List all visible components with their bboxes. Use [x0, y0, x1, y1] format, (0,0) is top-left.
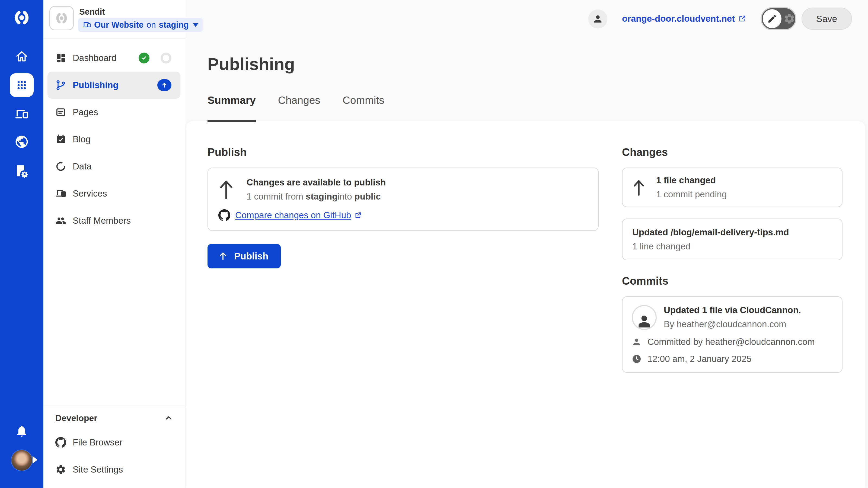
sidebar-item-label: File Browser — [73, 437, 122, 448]
refresh-circle-icon — [55, 161, 66, 172]
commit-card: Updated 1 file via CloudCannon. By heath… — [622, 296, 842, 373]
sidebar-item-label: Data — [73, 161, 92, 172]
publish-button[interactable]: Publish — [208, 244, 281, 268]
site-switcher-branch: staging — [159, 20, 189, 30]
apps-grid-icon[interactable] — [10, 73, 34, 97]
chevron-down-icon — [193, 23, 198, 27]
site-switcher[interactable]: Our Website on staging — [78, 18, 203, 32]
home-icon[interactable] — [0, 50, 43, 63]
user-avatar[interactable] — [11, 450, 32, 470]
bell-icon[interactable] — [0, 424, 43, 438]
sidebar-item-staff-members[interactable]: Staff Members — [48, 207, 180, 234]
changed-file-card[interactable]: Updated /blog/email-delivery-tips.md 1 l… — [622, 219, 842, 260]
site-switcher-site: Our Website — [94, 20, 144, 30]
devices-icon — [55, 188, 66, 199]
gear-icon — [55, 464, 66, 475]
app-root: Sendit Our Website on staging Dashboard — [0, 0, 868, 488]
changes-section: Changes 1 file changed 1 commit pending … — [622, 146, 842, 373]
sidebar-item-file-browser[interactable]: File Browser — [48, 429, 180, 456]
dashboard-icon — [55, 53, 66, 63]
page-title: Publishing — [208, 54, 295, 74]
developer-items: File Browser Site Settings — [43, 429, 185, 483]
clock-icon — [632, 354, 642, 364]
publish-section: Publish Changes are available to publish… — [208, 146, 599, 373]
sidebar-item-label: Dashboard — [73, 53, 116, 63]
sidebar-nav: Dashboard Publishing — [43, 44, 185, 234]
publish-button-label: Publish — [234, 251, 268, 262]
check-circle-icon — [138, 53, 150, 63]
developer-section-toggle[interactable]: Developer — [43, 410, 185, 426]
viewer-avatar[interactable] — [588, 9, 607, 29]
cloudcannon-logo[interactable] — [0, 8, 43, 27]
compare-changes-link[interactable]: Compare changes on GitHub — [235, 210, 362, 220]
sidebar-item-site-settings[interactable]: Site Settings — [48, 456, 180, 483]
pending-ring-icon — [161, 53, 172, 63]
divider — [43, 405, 185, 406]
commit-author-avatar — [632, 305, 657, 330]
sidebar-item-services[interactable]: Services — [48, 180, 180, 207]
org-settings-icon[interactable] — [0, 163, 43, 178]
sidebar-item-label: Blog — [73, 134, 91, 144]
publish-status-card: Changes are available to publish 1 commi… — [208, 167, 599, 231]
sidebar-item-label: Publishing — [73, 80, 119, 90]
pencil-icon[interactable] — [763, 9, 781, 28]
commit-committer: Committed by heather@cloudcannon.com — [648, 337, 815, 347]
external-link-icon — [738, 14, 746, 23]
site-switcher-connector: on — [147, 20, 156, 30]
status-prefix: 1 commit from — [247, 191, 303, 201]
sidebar-item-label: Services — [73, 188, 107, 199]
tab-summary[interactable]: Summary — [208, 94, 256, 122]
github-icon — [55, 437, 66, 448]
preview-url-link[interactable]: orange-door.cloudvent.net — [622, 13, 746, 24]
changes-heading: Changes — [622, 146, 842, 158]
sidebar-item-data[interactable]: Data — [48, 153, 180, 180]
status-connector: into — [337, 191, 352, 201]
summary-panel: Publish Changes are available to publish… — [186, 121, 865, 488]
sidebar-item-publishing[interactable]: Publishing — [48, 72, 180, 99]
globe-icon[interactable] — [0, 134, 43, 149]
calendar-check-icon — [55, 134, 66, 145]
changed-file-title: Updated /blog/email-delivery-tips.md — [632, 227, 832, 237]
devices-icon[interactable] — [0, 107, 43, 122]
developer-section-label: Developer — [55, 413, 97, 423]
chevron-up-icon — [164, 414, 173, 423]
sidebar-item-blog[interactable]: Blog — [48, 126, 180, 153]
up-arrow-icon — [218, 177, 234, 201]
site-logo — [50, 6, 74, 30]
tab-changes[interactable]: Changes — [278, 94, 320, 122]
app-rail — [0, 0, 43, 488]
preview-url-text: orange-door.cloudvent.net — [622, 13, 735, 24]
person-icon — [636, 312, 653, 329]
publish-heading: Publish — [208, 146, 599, 158]
changes-summary-card: 1 file changed 1 commit pending — [622, 167, 842, 207]
gear-icon[interactable] — [783, 13, 795, 25]
status-target-branch: public — [354, 191, 381, 201]
site-name: Sendit — [79, 7, 105, 17]
sidebar-item-pages[interactable]: Pages — [48, 99, 180, 126]
external-link-icon — [354, 212, 362, 219]
changed-file-sub: 1 line changed — [632, 241, 832, 252]
person-icon — [632, 337, 642, 347]
changes-summary-sub: 1 commit pending — [656, 189, 727, 199]
sidebar-item-dashboard[interactable]: Dashboard — [48, 44, 180, 72]
pages-icon — [55, 107, 66, 118]
sidebar-item-label: Staff Members — [73, 216, 131, 226]
expand-arrow-icon[interactable] — [33, 456, 37, 464]
up-arrow-icon — [632, 177, 645, 197]
person-icon — [592, 13, 603, 24]
people-icon — [55, 215, 66, 226]
github-icon — [218, 209, 230, 221]
save-button[interactable]: Save — [802, 8, 852, 30]
commit-timestamp: 12:00 am, 2 January 2025 — [648, 354, 751, 364]
git-branch-icon — [55, 80, 66, 91]
divider — [43, 38, 185, 38]
editor-mode-toggle[interactable] — [761, 7, 796, 30]
commit-author: By heather@cloudcannon.com — [664, 319, 801, 329]
status-source-branch: staging — [306, 191, 337, 201]
tab-commits[interactable]: Commits — [343, 94, 384, 122]
commit-title: Updated 1 file via CloudCannon. — [664, 305, 801, 315]
sidebar-item-label: Pages — [73, 107, 98, 118]
devices-icon — [83, 21, 91, 29]
changes-summary-title: 1 file changed — [656, 175, 727, 186]
publish-arrow-badge — [157, 79, 172, 91]
